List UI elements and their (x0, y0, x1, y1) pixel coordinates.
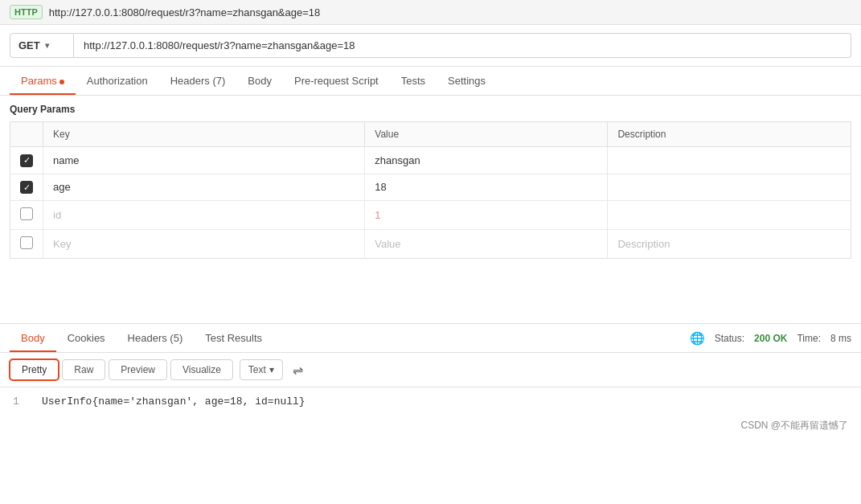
status-label: Status: (715, 333, 744, 344)
row4-key[interactable]: Key (53, 238, 71, 250)
method-select[interactable]: GET ▾ (10, 33, 74, 58)
response-tab-cookies[interactable]: Cookies (56, 324, 117, 352)
col-header-key: Key (43, 122, 365, 147)
col-header-description: Description (608, 122, 851, 147)
method-chevron: ▾ (45, 41, 49, 50)
tab-tests[interactable]: Tests (390, 67, 437, 95)
row2-check-cell (10, 174, 43, 201)
table-row: id 1 (10, 201, 851, 230)
row1-check-cell (10, 147, 43, 174)
tab-params-dot (59, 80, 64, 84)
response-section: Body Cookies Headers (5) Test Results 🌐 … (0, 323, 861, 436)
watermark: CSDN @不能再留遗憾了 (0, 416, 861, 436)
tab-prerequest-label: Pre-request Script (294, 75, 379, 87)
response-line: 1UserInfo{name='zhansgan', age=18, id=nu… (13, 395, 848, 408)
top-bar: HTTP http://127.0.0.1:8080/request/r3?na… (0, 0, 861, 25)
table-row: Key Value Description (10, 230, 851, 259)
wrap-icon[interactable]: ⇌ (293, 363, 303, 378)
tab-tests-label: Tests (401, 75, 425, 87)
response-status: 🌐 Status: 200 OK Time: 8 ms (690, 331, 851, 346)
request-bar: GET ▾ (0, 25, 861, 67)
response-body: 1UserInfo{name='zhansgan', age=18, id=nu… (0, 387, 861, 416)
row1-desc-cell (608, 147, 851, 174)
row3-key-cell: id (43, 201, 365, 230)
row3-key[interactable]: id (53, 209, 61, 221)
line-number: 1 (13, 395, 32, 408)
row2-value-cell: 18 (365, 174, 608, 201)
method-label: GET (18, 39, 40, 51)
tab-headers[interactable]: Headers (7) (159, 67, 237, 95)
tab-body-label: Body (248, 75, 272, 87)
table-row: age 18 (10, 174, 851, 201)
row4-value[interactable]: Value (375, 238, 400, 250)
type-select[interactable]: Text ▾ (240, 359, 283, 380)
row1-checkbox[interactable] (20, 154, 33, 167)
row1-value-cell: zhansgan (365, 147, 608, 174)
row1-key[interactable]: name (53, 154, 80, 166)
tab-authorization[interactable]: Authorization (76, 67, 159, 95)
status-value: 200 OK (754, 333, 787, 344)
tab-params[interactable]: Params (10, 67, 76, 95)
visualize-button[interactable]: Visualize (170, 359, 233, 380)
pretty-button[interactable]: Pretty (10, 359, 59, 380)
response-tab-test-results[interactable]: Test Results (194, 324, 273, 352)
row4-desc[interactable]: Description (617, 238, 670, 250)
tab-headers-label: Headers (7) (170, 75, 226, 87)
col-header-value: Value (365, 122, 608, 147)
row3-value-cell: 1 (365, 201, 608, 230)
col-header-check (10, 122, 43, 147)
preview-button[interactable]: Preview (109, 359, 167, 380)
type-chevron: ▾ (269, 364, 274, 375)
url-input[interactable] (74, 33, 851, 58)
row2-value[interactable]: 18 (375, 181, 386, 193)
section-title: Query Params (10, 104, 851, 115)
params-section: Query Params Key Value Description name … (0, 96, 861, 259)
tab-body[interactable]: Body (236, 67, 283, 95)
row2-checkbox[interactable] (20, 181, 33, 194)
row4-value-cell: Value (365, 230, 608, 259)
row1-value[interactable]: zhansgan (375, 154, 420, 166)
table-row: name zhansgan (10, 147, 851, 174)
response-tab-test-results-label: Test Results (205, 332, 262, 344)
tab-settings[interactable]: Settings (437, 67, 497, 95)
time-value: 8 ms (830, 333, 851, 344)
response-tab-body[interactable]: Body (10, 324, 56, 352)
top-url: http://127.0.0.1:8080/request/r3?name=zh… (49, 6, 321, 18)
row3-check-cell (10, 201, 43, 230)
tab-settings-label: Settings (448, 75, 486, 87)
response-tab-headers-label: Headers (5) (128, 332, 183, 344)
row2-desc-cell (608, 174, 851, 201)
row4-desc-cell: Description (608, 230, 851, 259)
spacer (0, 259, 861, 323)
response-tab-headers[interactable]: Headers (5) (117, 324, 195, 352)
type-label: Text (248, 364, 266, 375)
tab-params-label: Params (21, 75, 57, 87)
response-tab-cookies-label: Cookies (68, 332, 105, 344)
row4-checkbox[interactable] (20, 236, 33, 249)
tab-prerequest[interactable]: Pre-request Script (283, 67, 390, 95)
tabs-nav: Params Authorization Headers (7) Body Pr… (0, 67, 861, 96)
row1-key-cell: name (43, 147, 365, 174)
response-tab-body-label: Body (21, 332, 45, 344)
row2-key[interactable]: age (53, 181, 71, 193)
row3-value[interactable]: 1 (375, 209, 380, 221)
tab-authorization-label: Authorization (87, 75, 148, 87)
row4-key-cell: Key (43, 230, 365, 259)
response-code: UserInfo{name='zhansgan', age=18, id=nul… (42, 395, 305, 408)
http-badge: HTTP (10, 5, 43, 19)
params-table: Key Value Description name zhansgan (10, 121, 851, 259)
raw-button[interactable]: Raw (62, 359, 105, 380)
time-label: Time: (797, 333, 821, 344)
row4-check-cell (10, 230, 43, 259)
row3-desc-cell (608, 201, 851, 230)
row2-key-cell: age (43, 174, 365, 201)
row3-checkbox[interactable] (20, 207, 33, 220)
response-toolbar: Pretty Raw Preview Visualize Text ▾ ⇌ (0, 353, 861, 387)
response-tabs: Body Cookies Headers (5) Test Results 🌐 … (0, 324, 861, 353)
globe-icon: 🌐 (690, 331, 705, 346)
